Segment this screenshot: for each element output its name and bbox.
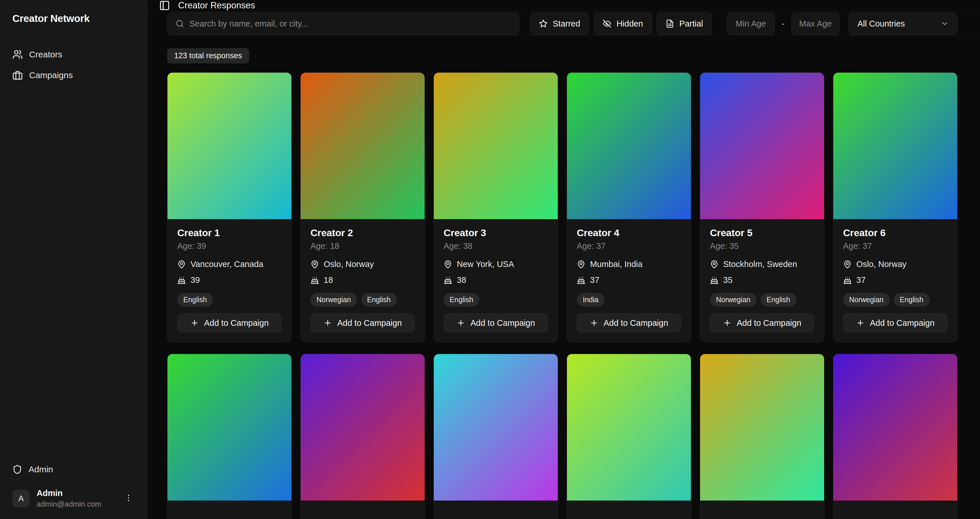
creator-card[interactable] (700, 354, 824, 519)
creator-birthday-row: 37 (843, 275, 947, 285)
creator-card[interactable]: Creator 2 Age: 18 Oslo, Norway 18 Norweg… (300, 72, 425, 342)
creator-card[interactable]: Creator 5 Age: 35 Stockholm, Sweden 35 N… (700, 72, 824, 342)
country-select[interactable]: All Countries (849, 13, 958, 35)
creator-grid: Creator 1 Age: 39 Vancouver, Canada 39 E… (167, 72, 958, 519)
search-box (167, 13, 519, 35)
creator-card[interactable] (167, 354, 292, 519)
creator-tags: NorwegianEnglish (710, 293, 814, 307)
creator-location: New York, USA (457, 260, 514, 269)
creator-gradient-image (301, 73, 425, 219)
briefcase-icon (13, 70, 23, 80)
language-tag: English (177, 293, 213, 307)
add-to-campaign-button[interactable]: Add to Campaign (710, 314, 814, 333)
add-to-campaign-label: Add to Campaign (604, 318, 668, 328)
creator-birthday-value: 18 (324, 275, 333, 285)
creator-birthday-row: 18 (310, 275, 415, 285)
creator-birthday-value: 37 (590, 275, 599, 285)
creator-name: Creator 4 (577, 227, 681, 239)
creator-name: Creator 1 (177, 227, 282, 239)
creator-card-body: Creator 4 Age: 37 Mumbai, India 37 India… (567, 219, 691, 342)
creator-tags: English (177, 293, 282, 307)
language-tag: Norwegian (843, 293, 890, 307)
creator-birthday-value: 39 (191, 275, 200, 285)
starred-filter-button[interactable]: Starred (530, 13, 589, 35)
sidebar-item-creators[interactable]: Creators (8, 46, 140, 64)
creator-gradient-image (434, 73, 558, 219)
add-to-campaign-label: Add to Campaign (470, 318, 535, 328)
sidebar: Creator Network Creators Campaigns Admin… (0, 0, 148, 519)
partial-filter-button[interactable]: Partial (657, 13, 712, 35)
cake-icon (843, 276, 852, 285)
panel-left-icon[interactable] (159, 0, 170, 11)
plus-icon (457, 318, 465, 327)
language-tag: English (760, 293, 796, 307)
filter-bar: Starred Hidden Partial - All Countries (148, 11, 980, 35)
add-to-campaign-button[interactable]: Add to Campaign (444, 314, 548, 333)
users-icon (13, 49, 23, 60)
app-root: Creator Network Creators Campaigns Admin… (0, 0, 980, 519)
min-age-input[interactable] (727, 13, 775, 35)
creator-card-body: Creator 1 Age: 39 Vancouver, Canada 39 E… (167, 219, 291, 342)
add-to-campaign-button[interactable]: Add to Campaign (577, 314, 681, 333)
plus-icon (856, 318, 865, 327)
creator-name: Creator 6 (843, 227, 947, 239)
language-tag: English (894, 293, 929, 307)
creator-location: Oslo, Norway (324, 260, 374, 269)
creator-card[interactable]: Creator 6 Age: 37 Oslo, Norway 37 Norweg… (833, 72, 958, 342)
user-menu-button[interactable] (121, 491, 136, 506)
creator-card[interactable] (434, 354, 558, 519)
hidden-filter-button[interactable]: Hidden (594, 13, 652, 35)
star-icon (539, 19, 548, 28)
creator-card[interactable] (567, 354, 691, 519)
partial-filter-label: Partial (679, 19, 703, 29)
age-range-separator: - (782, 19, 784, 29)
creator-birthday-value: 37 (856, 275, 865, 285)
creator-birthday-row: 37 (577, 275, 681, 285)
ellipsis-vertical-icon (124, 494, 133, 502)
add-to-campaign-label: Add to Campaign (337, 318, 402, 328)
page-title: Creator Responses (178, 0, 255, 11)
file-text-icon (665, 19, 674, 28)
creator-card[interactable]: Creator 1 Age: 39 Vancouver, Canada 39 E… (167, 72, 292, 342)
shield-icon (13, 465, 22, 474)
eye-off-icon (603, 19, 611, 28)
add-to-campaign-button[interactable]: Add to Campaign (177, 314, 282, 333)
creator-gradient-image (434, 354, 558, 501)
user-info: Admin admin@admin.com (37, 489, 101, 509)
admin-section-label[interactable]: Admin (13, 461, 136, 478)
add-to-campaign-label: Add to Campaign (737, 318, 801, 328)
user-email: admin@admin.com (37, 500, 101, 509)
plus-icon (590, 318, 598, 327)
search-input[interactable] (189, 19, 511, 29)
chevron-down-icon (940, 20, 948, 28)
country-select-value: All Countries (858, 19, 905, 29)
plus-icon (190, 318, 199, 327)
creator-card[interactable] (300, 354, 425, 519)
creator-card[interactable]: Creator 3 Age: 38 New York, USA 38 Engli… (434, 72, 558, 342)
creator-location: Oslo, Norway (856, 260, 907, 269)
user-row[interactable]: A Admin admin@admin.com (13, 489, 136, 509)
creator-age-label: Age: 18 (310, 241, 415, 251)
add-to-campaign-button[interactable]: Add to Campaign (843, 314, 947, 333)
app-title: Creator Network (13, 13, 136, 24)
creator-location-row: Stockholm, Sweden (710, 260, 814, 269)
creator-card[interactable]: Creator 4 Age: 37 Mumbai, India 37 India… (567, 72, 691, 342)
total-responses-badge: 123 total responses (167, 48, 249, 64)
map-pin-icon (310, 260, 319, 269)
map-pin-icon (710, 260, 719, 269)
add-to-campaign-button[interactable]: Add to Campaign (310, 314, 415, 333)
sidebar-item-campaigns[interactable]: Campaigns (8, 66, 140, 84)
cake-icon (710, 276, 719, 285)
max-age-input[interactable] (791, 13, 839, 35)
creator-gradient-image (567, 73, 691, 219)
creator-name: Creator 3 (444, 227, 548, 239)
creator-birthday-row: 38 (444, 275, 548, 285)
creator-card-body: Creator 2 Age: 18 Oslo, Norway 18 Norweg… (301, 219, 425, 342)
creator-age-label: Age: 35 (710, 241, 814, 251)
creator-card[interactable] (833, 354, 958, 519)
add-to-campaign-label: Add to Campaign (870, 318, 934, 328)
creator-location-row: Mumbai, India (577, 260, 681, 269)
language-tag: Norwegian (710, 293, 757, 307)
creator-location: Vancouver, Canada (191, 260, 263, 269)
language-tag: English (444, 293, 479, 307)
